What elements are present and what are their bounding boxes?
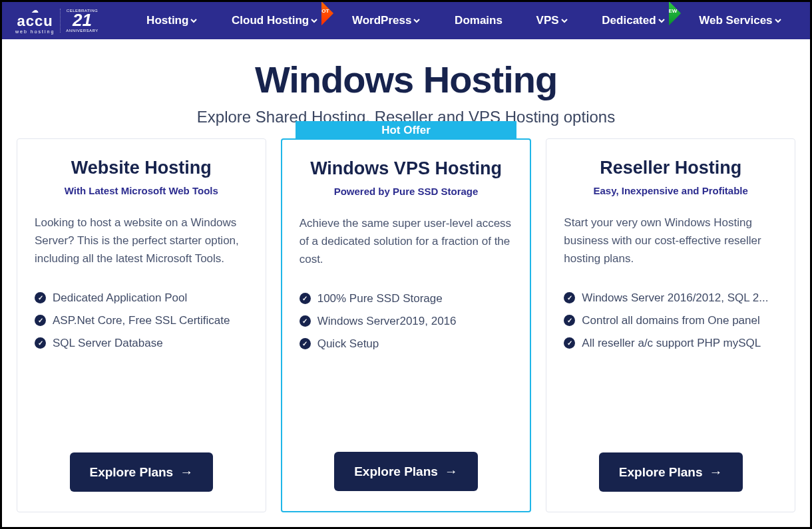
card-description: Achieve the same super user-level access…	[300, 214, 513, 269]
feature-item: ✓Control all domains from One panel	[564, 309, 777, 332]
feature-item: ✓Dedicated Application Pool	[35, 287, 248, 309]
chevron-down-icon	[310, 17, 318, 25]
navbar: ☁ accu web hosting CELEBRATING 21 ANNIVE…	[2, 2, 810, 39]
feature-text: Dedicated Application Pool	[53, 291, 187, 305]
feature-list: ✓Windows Server 2016/2012, SQL 2...✓Cont…	[564, 287, 777, 355]
check-icon: ✓	[300, 293, 311, 304]
feature-list: ✓100% Pure SSD Storage✓Windows Server201…	[300, 287, 513, 355]
card-title: Windows VPS Hosting	[300, 158, 513, 179]
nav-item-label: Cloud Hosting	[232, 14, 309, 27]
check-icon: ✓	[564, 337, 575, 349]
feature-item: ✓100% Pure SSD Storage	[300, 287, 513, 310]
nav-item-wordpress[interactable]: WordPress	[351, 11, 422, 30]
logo-text: accu	[17, 14, 53, 29]
nav-item-domains[interactable]: Domains	[453, 11, 504, 30]
check-icon: ✓	[564, 292, 575, 303]
nav-item-cloud-hosting[interactable]: Cloud HostingHOT	[230, 11, 319, 30]
feature-item: ✓Windows Server2019, 2016	[300, 310, 513, 333]
chevron-down-icon	[413, 17, 421, 25]
chevron-down-icon	[774, 17, 782, 25]
feature-text: SQL Server Database	[53, 337, 163, 350]
logo-years: 21	[73, 13, 92, 28]
feature-item: ✓ASP.Net Core, Free SSL Certificate	[35, 309, 248, 332]
nav-item-label: Web Services	[699, 14, 772, 27]
explore-plans-button[interactable]: Explore Plans→	[70, 452, 214, 492]
nav-item-label: VPS	[536, 14, 559, 27]
card-description: Start your very own Windows Hosting busi…	[564, 214, 777, 268]
pricing-card: Hot OfferWindows VPS HostingPowered by P…	[281, 138, 532, 512]
logo[interactable]: ☁ accu web hosting CELEBRATING 21 ANNIVE…	[15, 7, 99, 35]
button-label: Explore Plans	[619, 465, 703, 480]
pricing-card: Reseller HostingEasy, Inexpensive and Pr…	[546, 138, 795, 512]
chevron-down-icon	[560, 17, 568, 25]
feature-text: Control all domains from One panel	[582, 314, 759, 327]
chevron-down-icon	[190, 17, 198, 25]
feature-item: ✓All reseller a/c support PHP mySQL	[564, 332, 777, 355]
feature-item: ✓Windows Server 2016/2012, SQL 2...	[564, 287, 777, 309]
check-icon: ✓	[35, 292, 46, 303]
feature-item: ✓Quick Setup	[300, 333, 513, 355]
check-icon: ✓	[35, 337, 46, 349]
check-icon: ✓	[300, 338, 311, 349]
nav-item-web-services[interactable]: Web Services	[698, 11, 783, 30]
card-description: Looking to host a website on a Windows S…	[35, 214, 248, 268]
nav-item-label: Dedicated	[602, 14, 656, 27]
feature-text: Windows Server2019, 2016	[317, 315, 457, 328]
nav-item-vps[interactable]: VPS	[535, 11, 570, 30]
button-label: Explore Plans	[354, 464, 438, 479]
card-tagline: Easy, Inexpensive and Profitable	[564, 185, 777, 196]
button-label: Explore Plans	[90, 465, 174, 480]
logo-subtext: web hosting	[15, 29, 55, 35]
explore-plans-button[interactable]: Explore Plans→	[334, 452, 478, 491]
feature-text: All reseller a/c support PHP mySQL	[582, 337, 761, 350]
card-tagline: With Latest Microsoft Web Tools	[35, 185, 248, 196]
arrow-right-icon: →	[710, 464, 723, 480]
arrow-right-icon: →	[180, 464, 193, 480]
logo-anniversary: ANNIVERSARY	[66, 29, 98, 33]
feature-list: ✓Dedicated Application Pool✓ASP.Net Core…	[35, 287, 248, 355]
nav-item-label: Hosting	[146, 14, 188, 27]
page-title: Windows Hosting	[15, 58, 797, 101]
feature-text: Quick Setup	[317, 337, 379, 351]
pricing-cards: Website HostingWith Latest Microsoft Web…	[2, 138, 810, 512]
check-icon: ✓	[564, 315, 575, 326]
feature-text: Windows Server 2016/2012, SQL 2...	[582, 291, 768, 305]
nav-item-label: Domains	[455, 14, 503, 27]
check-icon: ✓	[300, 315, 311, 327]
pricing-card: Website HostingWith Latest Microsoft Web…	[17, 138, 266, 512]
feature-text: 100% Pure SSD Storage	[317, 292, 443, 305]
card-title: Website Hosting	[35, 158, 248, 178]
nav-items: HostingCloud HostingHOTWordPressDomainsV…	[132, 11, 797, 30]
hot-offer-badge: Hot Offer	[296, 121, 517, 140]
nav-item-dedicated[interactable]: DedicatedNEW	[600, 11, 666, 30]
explore-plans-button[interactable]: Explore Plans→	[599, 452, 743, 492]
feature-item: ✓SQL Server Database	[35, 332, 248, 355]
feature-text: ASP.Net Core, Free SSL Certificate	[53, 314, 230, 327]
nav-item-label: WordPress	[352, 14, 411, 27]
card-title: Reseller Hosting	[564, 158, 777, 178]
arrow-right-icon: →	[445, 464, 458, 479]
check-icon: ✓	[35, 315, 46, 326]
nav-item-hosting[interactable]: Hosting	[145, 11, 199, 30]
chevron-down-icon	[658, 17, 666, 25]
card-tagline: Powered by Pure SSD Storage	[300, 186, 513, 197]
